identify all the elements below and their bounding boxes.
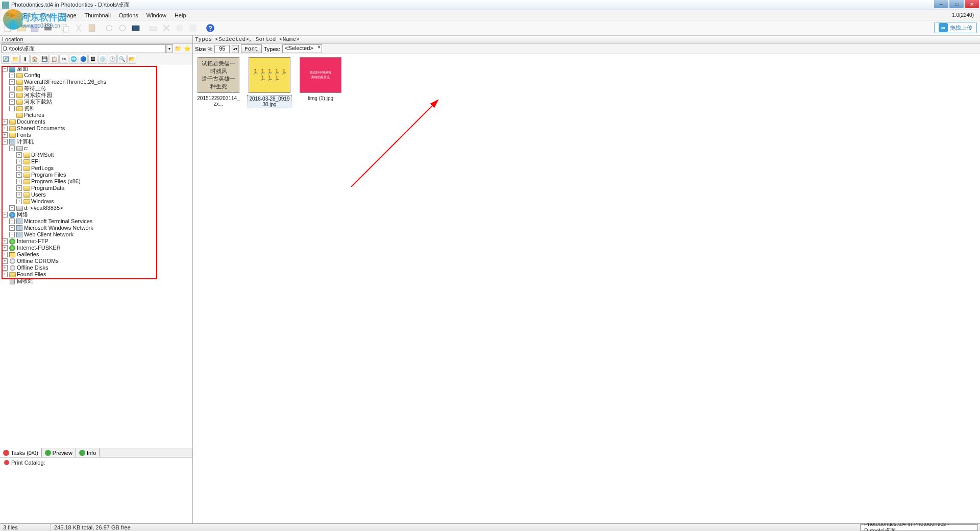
menu-thumbnail[interactable]: Thumbnail (81, 12, 115, 18)
menu-tree[interactable]: Tree (37, 12, 57, 18)
toolbar-info-icon (174, 22, 186, 34)
tree-item[interactable]: −c: (9, 145, 191, 152)
tree-item[interactable]: +Offline Disks (2, 264, 191, 271)
task-icon (4, 460, 9, 465)
tree-item[interactable]: +Internet-FUSKER (2, 245, 191, 251)
mt-copy-icon[interactable]: 📋 (50, 55, 59, 64)
tree-item[interactable]: +Documents (2, 118, 191, 125)
menu-window[interactable]: Window (142, 12, 170, 18)
svg-rect-9 (132, 26, 139, 30)
thumbnail-item[interactable]: 🏃🏃🏃🏃🏃🏃🏃🏃2018-03-28_091930.jpg (247, 57, 292, 108)
thumbnail-item[interactable]: 试把君凭借一时残风道千古英雄一种生死🍃20151229203114_zx... (196, 57, 241, 108)
tree-item[interactable]: −计算机 (2, 138, 191, 145)
tree-item[interactable]: +Internet-FTP (2, 238, 191, 245)
menu-edit[interactable]: Edit (19, 12, 37, 18)
toolbar-misc-icon (187, 22, 199, 34)
tree-item[interactable]: +Microsoft Terminal Services (9, 218, 191, 225)
font-button[interactable]: Font (241, 44, 261, 53)
tree-item[interactable]: +Shared Documents (2, 125, 191, 132)
menu-bar: File Edit Tree Image Thumbnail Options W… (0, 10, 980, 20)
mt-up-icon[interactable]: ⬆ (20, 55, 30, 64)
thumbnail-area[interactable]: 试把君凭借一时残风道千古英雄一种生死🍃20151229203114_zx...🏃… (193, 54, 980, 523)
tree-item[interactable]: +Web Client Network (9, 231, 191, 238)
tree-item[interactable]: +Users (16, 191, 191, 198)
thumbnail-image: 你说好不容易有期待的是什么 (300, 57, 341, 93)
tree-item[interactable]: +Fonts (2, 132, 191, 138)
thumbnail-header: Types <Selected>, Sorted <Name> (193, 36, 980, 44)
types-select[interactable]: <Selected> (282, 44, 322, 53)
upload-button[interactable]: ∞ 拖拽上传 (934, 22, 977, 33)
tab-tasks[interactable]: Tasks (0/0) (0, 448, 42, 457)
toolbar-delete-icon (160, 22, 173, 34)
mt-hist-icon[interactable]: 🕐 (108, 55, 117, 64)
tab-info[interactable]: Info (76, 448, 100, 457)
tree-item[interactable]: +ProgramData (16, 185, 191, 191)
menu-options[interactable]: Options (115, 12, 142, 18)
tasks-panel: Print Catalog: (0, 457, 192, 523)
svg-rect-2 (44, 27, 52, 30)
menu-help[interactable]: Help (170, 12, 190, 18)
location-header: Location (0, 36, 192, 44)
toolbar-copy-icon (59, 22, 71, 34)
menu-image[interactable]: Image (57, 12, 81, 18)
tree-item[interactable]: +Windows (16, 198, 191, 205)
tree-item[interactable]: +DRMSoft (16, 152, 191, 158)
tree-item[interactable]: +Microsoft Windows Network (9, 225, 191, 231)
minimize-button[interactable]: ─ (934, 0, 948, 8)
svg-rect-0 (5, 25, 10, 32)
size-value[interactable]: 95 (214, 45, 230, 53)
tree-item[interactable]: −网络 (2, 211, 191, 218)
svg-rect-1 (31, 25, 38, 32)
mt-tree-icon[interactable]: 📁 (11, 55, 20, 64)
tree-item[interactable]: −桌面 (2, 65, 191, 72)
thumbnail-name: timg (1).jpg (298, 95, 343, 102)
tree-item[interactable]: +Program Files (x86) (16, 178, 191, 185)
tree-item[interactable]: +资料 (9, 105, 191, 112)
svg-point-11 (176, 25, 183, 32)
tab-preview[interactable]: Preview (42, 448, 76, 457)
tree-item[interactable]: +河东下载站 (9, 99, 191, 105)
thumbnail-name: 20151229203114_zx... (196, 95, 241, 107)
mt-web2-icon[interactable]: 🔵 (79, 55, 88, 64)
location-go-icon[interactable]: 📁 (174, 45, 182, 53)
tree-item[interactable]: 回收站 (2, 278, 191, 284)
tree-item[interactable]: +Warcraft3FrozenThrone1.26_chs (9, 79, 191, 85)
title-bar: Photodontics.td4 in Photodontics - D:\to… (0, 0, 980, 10)
toolbar-cut-icon (72, 22, 85, 34)
tree-item[interactable]: +d: <#caf83835> (9, 205, 191, 211)
tree-item[interactable]: Pictures (9, 112, 191, 118)
tree-item[interactable]: +Found Files (2, 271, 191, 278)
location-dropdown[interactable]: ▾ (166, 44, 173, 53)
tree-item[interactable]: +Offline CDROMs (2, 258, 191, 264)
tree-item[interactable]: +EFI (16, 158, 191, 165)
mt-cut-icon[interactable]: ✂ (59, 55, 68, 64)
mt-find-icon[interactable]: 🔍 (117, 55, 127, 64)
toolbar-scan-icon[interactable] (130, 22, 142, 34)
toolbar-help-icon[interactable]: ? (204, 22, 216, 34)
folder-tree[interactable]: −桌面+Config+Warcraft3FrozenThrone1.26_chs… (0, 64, 192, 448)
menu-file[interactable]: File (2, 12, 19, 18)
window-controls: ─ ▭ ✕ (933, 0, 979, 8)
maximize-button[interactable]: ▭ (949, 0, 964, 8)
tree-item[interactable]: +河东软件园 (9, 92, 191, 99)
mt-gal-icon[interactable]: 🖼 (88, 55, 97, 64)
size-label: Size % (195, 46, 212, 52)
tree-item[interactable]: +Config (9, 72, 191, 79)
thumbnail-item[interactable]: 你说好不容易有期待的是什么timg (1).jpg (298, 57, 343, 108)
mt-save-icon[interactable]: 💾 (40, 55, 49, 64)
mt-web-icon[interactable]: 🌐 (69, 55, 78, 64)
tree-item[interactable]: +PerfLogs (16, 165, 191, 172)
tree-item[interactable]: +Galleries (2, 251, 191, 258)
status-path: Photodontics.td4 in Photodontics - D:\to… (861, 524, 978, 531)
mt-home-icon[interactable]: 🏠 (30, 55, 39, 64)
location-fav-icon[interactable]: ⭐ (183, 45, 191, 53)
close-button[interactable]: ✕ (965, 0, 979, 8)
mt-cd-icon[interactable]: 💿 (98, 55, 107, 64)
tree-item[interactable]: +Program Files (16, 172, 191, 178)
location-input[interactable]: D:\tools\桌面 (1, 44, 166, 53)
mt-fold-icon[interactable]: 📂 (127, 55, 136, 64)
mt-refresh-icon[interactable]: 🔄 (1, 55, 10, 64)
tree-item[interactable]: +等待上传 (9, 85, 191, 92)
toolbar-print-icon[interactable] (42, 22, 54, 34)
size-stepper[interactable]: ▴▾ (232, 45, 239, 53)
